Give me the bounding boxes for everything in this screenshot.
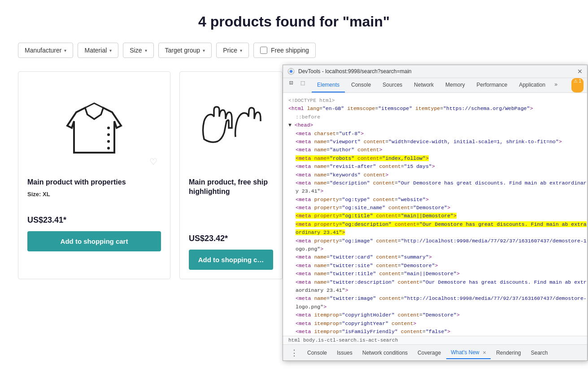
chevron-down-icon: ▾: [64, 48, 66, 53]
add-to-cart-button[interactable]: Add to shopping cart: [27, 231, 161, 251]
code-line: <meta name="twitter:image" content="http…: [288, 294, 582, 303]
tab-elements[interactable]: Elements: [312, 78, 345, 92]
add-to-cart-button[interactable]: Add to shopping c…: [189, 250, 273, 270]
product-size: Size: XL: [27, 191, 161, 198]
product-image: [189, 81, 273, 171]
bottom-tab-coverage[interactable]: Coverage: [413, 347, 445, 359]
code-line: ::before: [288, 113, 582, 121]
code-line: aordinary 23.41">: [288, 286, 582, 294]
tab-application[interactable]: Application: [514, 78, 551, 92]
material-filter[interactable]: Material ▾: [78, 43, 118, 58]
wishlist-button[interactable]: ♡: [149, 156, 157, 167]
device-icon[interactable]: ⬚: [298, 78, 307, 87]
code-line: <meta property="og:image" content="http:…: [288, 237, 582, 245]
product-card: ♡ Main product with properties Size: XL …: [18, 71, 170, 279]
tab-console[interactable]: Console: [346, 78, 376, 92]
code-line: <meta itemprop="copyrightHolder" content…: [288, 311, 582, 319]
code-line: <meta property="og:type" content="websit…: [288, 196, 582, 204]
code-line: <meta charset="utf-8">: [288, 130, 582, 138]
devtools-panel: DevTools - localhost:9998/search?search=…: [283, 65, 588, 361]
code-line: <meta name="twitter:description" content…: [288, 278, 582, 286]
bottom-tab-console[interactable]: Console: [303, 347, 331, 359]
manufacturer-filter[interactable]: Manufacturer ▾: [18, 43, 73, 58]
code-line: <meta name="robots" content="index,follo…: [288, 154, 582, 163]
jacket-icon: [58, 90, 130, 162]
close-tab-icon[interactable]: ✕: [483, 350, 486, 355]
free-shipping-checkbox[interactable]: [260, 47, 267, 54]
devtools-statusbar: html body.is-ctl-search.is-act-search: [283, 336, 587, 344]
more-tabs-button[interactable]: »: [552, 78, 560, 92]
code-line: <meta name="revisit-after" content="15 d…: [288, 163, 582, 171]
code-line: <meta property="og:title" content="main|…: [288, 212, 582, 220]
chevron-down-icon: ▾: [240, 48, 242, 53]
tab-network[interactable]: Network: [409, 78, 439, 92]
gloves-icon: [195, 94, 267, 157]
code-line: y 23.41">: [288, 187, 582, 195]
target-group-filter[interactable]: Target group ▾: [158, 43, 212, 58]
size-filter[interactable]: Size ▾: [123, 43, 153, 58]
free-shipping-label: Free shipping: [271, 47, 309, 54]
code-line: <meta name="author" content>: [288, 146, 582, 154]
code-line: <html lang="en-GB" itemscope="itemscope"…: [288, 105, 582, 113]
devtools-titlebar: DevTools - localhost:9998/search?search=…: [283, 65, 587, 78]
devtools-code-view[interactable]: <!DOCTYPE html> <html lang="en-GB" items…: [283, 93, 587, 336]
code-line: <meta property="og:description" content=…: [288, 220, 582, 228]
code-line: <meta name="description" content="Our De…: [288, 179, 582, 187]
code-line: ogo.png">: [288, 245, 582, 253]
svg-point-1: [107, 133, 110, 136]
product-name: Main product with properties: [27, 178, 161, 187]
statusbar-text: html body.is-ctl-search.is-act-search: [288, 338, 398, 343]
svg-point-2: [107, 140, 110, 143]
chrome-icon: [287, 68, 295, 75]
product-name: Main product, free shiphighlighting: [189, 178, 273, 197]
code-line: ordinary 23.41">: [288, 228, 582, 237]
product-size: [189, 200, 273, 207]
devtools-close-button[interactable]: ✕: [577, 68, 583, 75]
product-price: US$23.42*: [189, 234, 273, 243]
code-line: <meta name="keywords" content>: [288, 171, 582, 179]
tab-sources[interactable]: Sources: [377, 78, 408, 92]
filter-bar: Manufacturer ▾ Material ▾ Size ▾ Target …: [18, 43, 570, 58]
code-line: logo.png">: [288, 303, 582, 311]
chevron-down-icon: ▾: [203, 48, 205, 53]
target-group-label: Target group: [165, 47, 200, 54]
tab-performance[interactable]: Performance: [471, 78, 513, 92]
bottom-tab-whats-new[interactable]: What's New ✕: [446, 347, 491, 359]
bottom-tab-search[interactable]: Search: [527, 347, 553, 359]
code-line: <meta itemprop="copyrightYear" content>: [288, 320, 582, 328]
page-title: 4 products found for "main": [18, 9, 570, 30]
size-label-text: Size:: [27, 191, 43, 198]
chevron-down-icon: ▾: [109, 48, 112, 53]
svg-point-3: [107, 147, 110, 149]
product-image: ♡: [27, 81, 161, 171]
devtools-title: DevTools - localhost:9998/search?search=…: [298, 68, 411, 75]
product-card: Main product, free shiphighlighting US$2…: [179, 71, 283, 279]
code-line: <meta name="viewport" content="width=dev…: [288, 138, 582, 146]
svg-point-0: [107, 127, 110, 129]
bottom-tab-issues[interactable]: Issues: [332, 347, 357, 359]
bottom-tab-network-conditions[interactable]: Network conditions: [358, 347, 412, 359]
page-wrapper: 4 products found for "main" Manufacturer…: [0, 0, 588, 369]
code-line: <meta property="og:site_name" content="D…: [288, 204, 582, 212]
price-filter[interactable]: Price ▾: [216, 43, 249, 58]
product-price: US$23.41*: [27, 215, 161, 225]
bottom-tab-rendering[interactable]: Rendering: [492, 347, 525, 359]
tab-memory[interactable]: Memory: [440, 78, 470, 92]
size-label: Size: [130, 47, 142, 54]
code-line: <meta itemprop="isFamilyFriendly" conten…: [288, 328, 582, 336]
code-line: <meta name="twitter:site" content="Demos…: [288, 262, 582, 270]
code-line: <meta name="twitter:title" content="main…: [288, 270, 582, 278]
chevron-down-icon: ▾: [145, 48, 147, 53]
free-shipping-filter[interactable]: Free shipping: [253, 43, 316, 58]
material-label: Material: [84, 47, 107, 54]
code-line: <!DOCTYPE html>: [288, 97, 582, 105]
size-value: XL: [43, 191, 50, 198]
devtools-tabs: ⊡ ⬚ Elements Console Sources Network Mem…: [283, 78, 587, 93]
warning-badge: ⚠ 1: [571, 78, 584, 92]
code-line: ▼ <head>: [288, 121, 582, 129]
inspect-icon[interactable]: ⊡: [287, 78, 296, 87]
manufacturer-label: Manufacturer: [25, 47, 61, 54]
devtools-bottom-tabs: ⋮ Console Issues Network conditions Cove…: [283, 344, 587, 360]
price-label: Price: [223, 47, 237, 54]
bottom-tabs-drag[interactable]: ⋮: [287, 348, 302, 358]
